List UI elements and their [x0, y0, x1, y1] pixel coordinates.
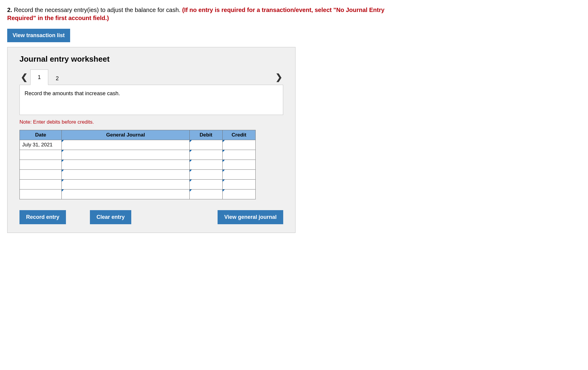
worksheet-title: Journal entry worksheet [19, 54, 283, 64]
cell-date[interactable] [20, 189, 62, 199]
chevron-left-icon[interactable]: ❮ [19, 72, 28, 82]
cell-general-journal[interactable] [62, 170, 190, 180]
cell-debit[interactable] [189, 160, 222, 170]
cell-general-journal[interactable] [62, 160, 190, 170]
table-row [20, 180, 256, 189]
cell-debit[interactable] [189, 150, 222, 160]
entry-prompt: Record the amounts that increase cash. [19, 85, 283, 115]
view-transaction-list-button[interactable]: View transaction list [7, 29, 70, 42]
cell-credit[interactable] [222, 170, 255, 180]
view-general-journal-button[interactable]: View general journal [218, 210, 283, 224]
debits-before-credits-note: Note: Enter debits before credits. [19, 119, 283, 125]
cell-debit[interactable] [189, 170, 222, 180]
tab-row: ❮ 1 2 ❯ [19, 69, 283, 85]
cell-general-journal[interactable] [62, 140, 190, 150]
cell-debit[interactable] [189, 189, 222, 199]
cell-date[interactable]: July 31, 2021 [20, 140, 62, 150]
cell-credit[interactable] [222, 189, 255, 199]
cell-general-journal[interactable] [62, 180, 190, 189]
cell-date[interactable] [20, 150, 62, 160]
cell-credit[interactable] [222, 140, 255, 150]
journal-worksheet-panel: Journal entry worksheet ❮ 1 2 ❯ Record t… [7, 47, 295, 233]
table-row: July 31, 2021 [20, 140, 256, 150]
cell-debit[interactable] [189, 140, 222, 150]
col-general-journal: General Journal [62, 130, 190, 140]
table-header-row: Date General Journal Debit Credit [20, 130, 256, 140]
tab-list: 1 2 [30, 69, 66, 85]
col-date: Date [20, 130, 62, 140]
instruction-text: Record the necessary entry(ies) to adjus… [12, 7, 182, 13]
question-number: 2. [7, 7, 12, 13]
chevron-right-icon[interactable]: ❯ [274, 72, 283, 82]
record-entry-button[interactable]: Record entry [19, 210, 66, 224]
col-credit: Credit [222, 130, 255, 140]
cell-credit[interactable] [222, 150, 255, 160]
tab-2[interactable]: 2 [48, 72, 66, 85]
cell-date[interactable] [20, 180, 62, 189]
cell-general-journal[interactable] [62, 189, 190, 199]
clear-entry-button[interactable]: Clear entry [90, 210, 131, 224]
table-row [20, 189, 256, 199]
table-row [20, 150, 256, 160]
cell-debit[interactable] [189, 180, 222, 189]
tab-1[interactable]: 1 [30, 69, 48, 85]
cell-date[interactable] [20, 160, 62, 170]
action-button-row: Record entry Clear entry View general jo… [19, 210, 283, 224]
col-debit: Debit [189, 130, 222, 140]
cell-credit[interactable] [222, 160, 255, 170]
question-instruction: 2. Record the necessary entry(ies) to ad… [7, 6, 412, 22]
cell-credit[interactable] [222, 180, 255, 189]
cell-date[interactable] [20, 170, 62, 180]
table-row [20, 170, 256, 180]
journal-entry-table: Date General Journal Debit Credit July 3… [19, 130, 256, 199]
table-row [20, 160, 256, 170]
cell-general-journal[interactable] [62, 150, 190, 160]
